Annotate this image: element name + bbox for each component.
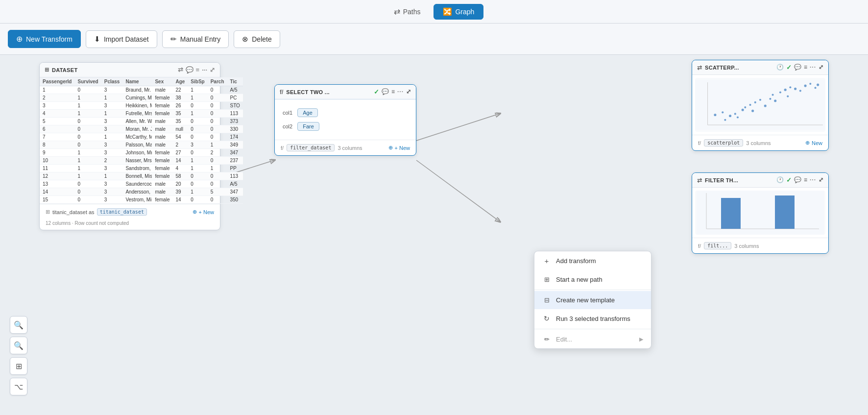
filter-msg-icon[interactable]: 💬 <box>794 176 801 184</box>
scatter-filter-icon[interactable]: ≡ <box>804 64 807 71</box>
table-row: 603Moran, Mr. Jamesmalenull00330 <box>40 125 243 133</box>
svg-point-10 <box>734 113 736 115</box>
edit-item[interactable]: ✏ Edit... ▶ <box>534 330 651 348</box>
plus-icon: ⊕ <box>193 209 197 215</box>
scatter-card: ⇄ SCATTERP... 🕐 ✓ 💬 ≡ ··· ⤢ <box>692 60 829 151</box>
svg-point-11 <box>737 117 739 119</box>
col1-row: col1 Age <box>283 108 408 117</box>
filter-card-title: FILTER TH... <box>705 177 738 183</box>
start-new-path-item[interactable]: ⊞ Start a new path <box>534 270 651 289</box>
manual-entry-button[interactable]: ✏ Manual Entry <box>162 30 229 48</box>
scatter-clock-icon: 🕐 <box>776 64 784 71</box>
dataset-table: PassengerId Survived Pclass Name Sex Age… <box>40 77 243 204</box>
svg-point-16 <box>754 101 756 103</box>
table-row: 211Cumings, Mrs. Joh...female3810PC <box>40 94 243 102</box>
paths-tab[interactable]: ⇄ Paths <box>385 3 430 20</box>
table-row: 313Heikkinen, Miss. La...female2600STO <box>40 102 243 110</box>
zoom-out-icon: 🔍 <box>14 341 24 350</box>
transform-icon[interactable]: ⇄ <box>178 66 183 73</box>
scatter-card-title: SCATTERP... <box>705 65 739 71</box>
left-zoom-tools: 🔍 🔍 ⊞ ⌥ <box>10 316 27 395</box>
run-transforms-label: Run 3 selected transforms <box>556 315 630 322</box>
scatter-fn-icon: ⇄ <box>697 64 702 71</box>
scatter-msg-icon[interactable]: 💬 <box>794 64 801 71</box>
svg-point-26 <box>794 88 796 90</box>
create-template-item[interactable]: ⊟ Create new template <box>534 291 651 309</box>
add-transform-label: Add transform <box>556 257 596 265</box>
select-header-icons: ✓ 💬 ≡ ··· ⤢ <box>374 88 411 96</box>
scatter-header-icons: 🕐 ✓ 💬 ≡ ··· ⤢ <box>776 64 823 71</box>
select-msg-icon[interactable]: 💬 <box>382 88 389 96</box>
graph-tab[interactable]: 🔀 Graph <box>434 4 483 20</box>
table-row: 411Futrelle, Mrs. Jacq...female3510113 <box>40 110 243 118</box>
select-two-card: f/ SELECT TWO ... ✓ 💬 ≡ ··· ⤢ col1 Age c… <box>274 84 416 156</box>
select-more-icon[interactable]: ··· <box>397 88 404 96</box>
svg-line-2 <box>416 160 500 221</box>
dataset-name: titanic_dataset as <box>52 209 95 215</box>
table-small-icon: ⊞ <box>46 209 50 215</box>
svg-point-8 <box>724 119 726 121</box>
col-survived: Survived <box>74 77 101 86</box>
filter-more-icon[interactable]: ··· <box>810 176 816 184</box>
dataset-new-button[interactable]: ⊕ + New <box>193 209 215 215</box>
zoom-out-button[interactable]: 🔍 <box>10 337 27 354</box>
zoom-in-button[interactable]: 🔍 <box>10 316 27 334</box>
filter-fn-icon: ⇄ <box>697 177 702 184</box>
filter-fn-icon-small: f/ <box>698 243 701 249</box>
dataset-card-title: DATASET <box>52 67 77 73</box>
scatter-new-button[interactable]: ⊕ New <box>805 140 822 146</box>
add-transform-item[interactable]: + Add transform <box>534 251 651 270</box>
filter-filter-icon[interactable]: ≡ <box>804 176 807 184</box>
zoom-in-icon: 🔍 <box>14 320 24 330</box>
select-expand-icon[interactable]: ⤢ <box>406 88 411 96</box>
connect-button[interactable]: ⌥ <box>10 378 27 395</box>
graph-canvas[interactable]: ⊞ DATASET ⇄ 💬 ≡ ··· ⤢ PassengerId Surviv… <box>0 55 868 415</box>
filter-card-footer: f/ filt... 3 columns <box>692 238 828 253</box>
select-filter-icon[interactable]: ≡ <box>391 88 395 96</box>
svg-point-24 <box>787 96 789 98</box>
fit-view-button[interactable]: ⊞ <box>10 357 27 375</box>
add-transform-icon: + <box>542 257 551 265</box>
fit-icon: ⊞ <box>16 362 22 371</box>
col1-label: col1 <box>283 110 292 116</box>
svg-point-27 <box>799 90 801 92</box>
new-transform-button[interactable]: ⊕ New Transform <box>8 30 81 48</box>
scatter-columns-count: 3 columns <box>746 140 771 146</box>
select-title-group: f/ SELECT TWO ... <box>280 89 330 96</box>
menu-divider-2 <box>534 329 651 329</box>
svg-point-31 <box>817 84 819 86</box>
svg-rect-32 <box>697 191 824 235</box>
col-passengerid: PassengerId <box>40 77 74 86</box>
scatter-expand-icon[interactable]: ⤢ <box>819 64 823 71</box>
plus-circle-icon: ⊕ <box>16 34 23 44</box>
select-new-button[interactable]: ⊕ + New <box>388 145 410 151</box>
dataset-label-group: ⊞ titanic_dataset as titanic_dataset <box>46 208 147 216</box>
more-icon[interactable]: ··· <box>202 66 207 73</box>
expand-icon[interactable]: ⤢ <box>210 66 215 73</box>
dataset-card-footer: ⊞ titanic_dataset as titanic_dataset ⊕ +… <box>40 204 220 220</box>
svg-rect-36 <box>775 195 795 229</box>
scatter-more-icon[interactable]: ··· <box>810 64 816 71</box>
svg-point-17 <box>759 99 761 101</box>
dataset-alias-badge: titanic_dataset <box>97 208 147 216</box>
col-age: Age <box>172 77 188 86</box>
table-row: 1503Vestrom, Miss. Hul...female1400350 <box>40 196 243 204</box>
new-label: + New <box>199 209 215 215</box>
run-icon: ↻ <box>542 315 551 322</box>
svg-point-22 <box>779 91 781 93</box>
dataset-meta: 12 columns · Row count not computed <box>40 220 220 230</box>
delete-button[interactable]: ⊗ Delete <box>234 30 280 48</box>
table-row: 913Johnson, Mrs. Osc...female2702347 <box>40 149 243 157</box>
filter-expand-icon[interactable]: ⤢ <box>819 176 823 184</box>
filter-icon[interactable]: ≡ <box>196 66 200 73</box>
select-columns-count: 3 columns <box>338 145 362 151</box>
start-path-icon: ⊞ <box>542 276 551 283</box>
dataset-header-icons: ⇄ 💬 ≡ ··· ⤢ <box>178 66 215 73</box>
comment-icon[interactable]: 💬 <box>186 66 193 73</box>
scatter-plot-svg <box>695 78 825 132</box>
import-dataset-button[interactable]: ⬇ Import Dataset <box>86 30 157 48</box>
col2-label: col2 <box>283 123 292 129</box>
col-tic: Tic <box>227 77 243 86</box>
run-transforms-item[interactable]: ↻ Run 3 selected transforms <box>534 309 651 328</box>
filter-check-icon: ✓ <box>786 176 792 184</box>
